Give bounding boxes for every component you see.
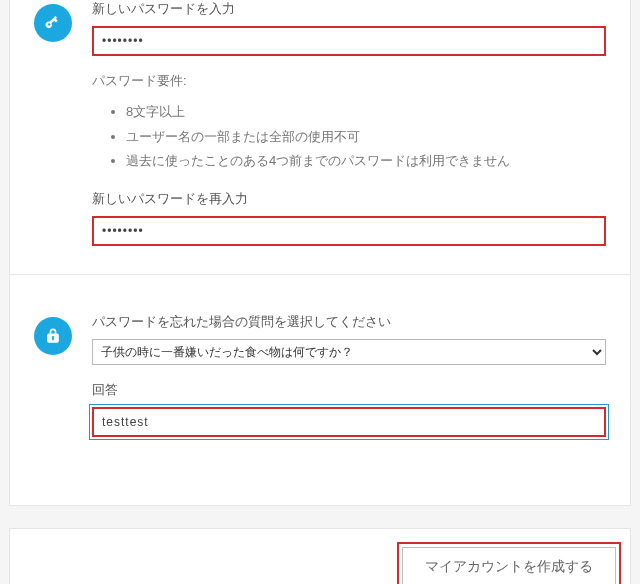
requirement-item: 過去に使ったことのある4つ前までのパスワードは利用できません [126, 149, 606, 174]
security-section: パスワードを忘れた場合の質問を選択してください 子供の時に一番嫌いだった食べ物は… [34, 313, 606, 437]
security-fields: パスワードを忘れた場合の質問を選択してください 子供の時に一番嫌いだった食べ物は… [92, 313, 606, 437]
submit-bar: マイアカウントを作成する [9, 528, 631, 584]
create-account-button[interactable]: マイアカウントを作成する [402, 547, 616, 584]
icon-column [34, 313, 72, 437]
confirm-password-label: 新しいパスワードを再入力 [92, 190, 606, 208]
password-section: 新しいパスワードを入力 パスワード要件: 8文字以上 ユーザー名の一部または全部… [34, 0, 606, 246]
answer-label: 回答 [92, 381, 606, 399]
requirement-item: 8文字以上 [126, 100, 606, 125]
requirements-list: 8文字以上 ユーザー名の一部または全部の使用不可 過去に使ったことのある4つ前ま… [92, 100, 606, 174]
confirm-password-input[interactable] [92, 216, 606, 246]
icon-column [34, 0, 72, 246]
answer-input[interactable] [92, 407, 606, 437]
new-password-label: 新しいパスワードを入力 [92, 0, 606, 18]
security-question-label: パスワードを忘れた場合の質問を選択してください [92, 313, 606, 331]
new-password-input[interactable] [92, 26, 606, 56]
password-fields: 新しいパスワードを入力 パスワード要件: 8文字以上 ユーザー名の一部または全部… [92, 0, 606, 246]
key-icon [34, 4, 72, 42]
security-question-panel: パスワードを忘れた場合の質問を選択してください 子供の時に一番嫌いだった食べ物は… [9, 275, 631, 506]
requirement-item: ユーザー名の一部または全部の使用不可 [126, 125, 606, 150]
lock-icon [34, 317, 72, 355]
security-question-select[interactable]: 子供の時に一番嫌いだった食べ物は何ですか？ [92, 339, 606, 365]
password-panel: 新しいパスワードを入力 パスワード要件: 8文字以上 ユーザー名の一部または全部… [9, 0, 631, 275]
requirements-title: パスワード要件: [92, 72, 606, 90]
